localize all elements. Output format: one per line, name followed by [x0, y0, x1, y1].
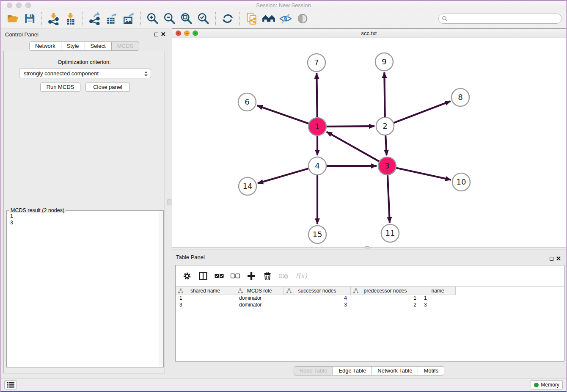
cell-MCDS-role[interactable]: dominator [235, 301, 284, 308]
cell-MCDS-role[interactable]: dominator [235, 295, 284, 301]
plus-icon [247, 272, 256, 280]
export-image-button[interactable] [121, 11, 136, 26]
cell-name[interactable]: 3 [420, 301, 456, 308]
graph-edge-3-11[interactable] [388, 174, 390, 223]
mcds-result-line[interactable]: 1 [10, 213, 13, 219]
mcds-result-line[interactable]: 3 [10, 219, 13, 226]
vertical-splitter-handle[interactable] [168, 199, 171, 205]
table-tabs: Node TableEdge TableNetwork TableMotifs [172, 366, 566, 375]
mcds-result-list[interactable]: 13 [10, 213, 13, 226]
table-rows: 1dominator4113dominator323 [176, 295, 564, 308]
network-canvas[interactable]: 7968124314101511 [172, 38, 566, 247]
checked-boxes-icon [215, 273, 224, 279]
tab-mcds[interactable]: MCDS [112, 41, 139, 51]
cell-successor-nodes[interactable]: 4 [284, 295, 351, 301]
graph-node-label-15: 15 [313, 230, 322, 239]
mcds-result-group: MCDS result (2 nodes) 13 [6, 210, 164, 367]
clone-network-button[interactable] [245, 11, 259, 26]
column-header-successor-nodes[interactable]: successor nodes [284, 287, 351, 295]
float-table-panel-icon[interactable] [550, 257, 553, 261]
result-scrollbar[interactable] [159, 211, 163, 367]
horizontal-splitter-handle[interactable] [365, 246, 369, 249]
delete-column-button[interactable] [262, 271, 273, 281]
zoom-fit-button[interactable] [179, 11, 194, 26]
column-header-shared-name[interactable]: shared name [176, 287, 235, 295]
tab-node-table[interactable]: Node Table [294, 366, 333, 375]
delete-table-button[interactable] [278, 271, 289, 281]
table-settings-button[interactable] [182, 271, 193, 281]
graph-edge-4-14[interactable] [258, 168, 310, 183]
tab-motifs[interactable]: Motifs [418, 366, 444, 375]
cell-shared-name[interactable]: 1 [176, 295, 235, 301]
control-panel-tabs: NetworkStyleSelectMCDS [3, 41, 165, 51]
graph-edge-3-1[interactable] [327, 132, 380, 162]
graph-node-label-7: 7 [314, 58, 319, 67]
select-all-columns-button[interactable] [214, 271, 225, 281]
tab-select[interactable]: Select [85, 41, 112, 51]
close-panel-icon[interactable]: ✕ [160, 30, 166, 39]
cell-successor-nodes[interactable]: 3 [284, 301, 351, 308]
graph[interactable]: 7968124314101511 [172, 38, 565, 247]
split-columns-button[interactable] [198, 271, 209, 281]
cell-predecessor-nodes[interactable]: 1 [351, 295, 420, 301]
clone-network-icon [245, 12, 258, 25]
float-panel-icon[interactable] [154, 33, 158, 36]
close-panel-button[interactable]: Close panel [85, 83, 130, 92]
cyndex-home-button[interactable] [261, 11, 276, 26]
refresh-layout-button[interactable] [220, 11, 235, 26]
graph-edge-2-9[interactable] [384, 72, 385, 118]
cell-predecessor-nodes[interactable]: 2 [351, 301, 420, 308]
import-network-button[interactable] [47, 11, 61, 26]
fx-icon: f(x) [295, 272, 307, 280]
zoom-selected-button[interactable] [196, 11, 211, 26]
import-table-button[interactable] [63, 11, 78, 26]
tab-style[interactable]: Style [61, 41, 85, 51]
search-input[interactable] [438, 14, 562, 24]
criterion-select[interactable]: strongly connected component [19, 69, 151, 78]
network-view-window: × − + scc.txt 7968124314101511 [172, 28, 566, 249]
toolbar-separator [140, 12, 141, 25]
column-type-icon [353, 288, 358, 293]
zoom-in-button[interactable] [146, 11, 160, 26]
graph-edge-2-3[interactable] [385, 134, 387, 155]
function-builder-button[interactable]: f(x) [294, 271, 308, 281]
graph-edge-3-10[interactable] [395, 168, 451, 180]
task-list-button[interactable] [4, 380, 17, 389]
memory-button[interactable]: Memory [531, 380, 563, 389]
memory-label: Memory [541, 382, 559, 388]
column-header-predecessor-nodes[interactable]: predecessor nodes [351, 287, 420, 295]
deselect-all-columns-button[interactable] [230, 271, 241, 281]
graph-edge-2-8[interactable] [393, 101, 451, 123]
memory-status-icon [534, 383, 539, 387]
tab-edge-table[interactable]: Edge Table [333, 366, 372, 375]
tab-network-table[interactable]: Network Table [372, 366, 418, 375]
graph-node-label-1: 1 [315, 122, 319, 131]
gray-eye-icon [296, 12, 309, 25]
graph-edge-1-2[interactable] [325, 126, 374, 127]
save-session-button[interactable] [22, 11, 37, 26]
graph-node-label-11: 11 [385, 229, 395, 237]
add-column-button[interactable] [246, 271, 257, 281]
column-header-name[interactable]: name [420, 287, 456, 295]
table-row[interactable]: 3dominator323 [176, 301, 564, 308]
column-header-MCDS-role[interactable]: MCDS role [235, 287, 284, 295]
run-mcds-button[interactable]: Run MCDS [40, 83, 80, 92]
graph-node-label-6: 6 [245, 97, 249, 106]
search-icon [442, 16, 448, 22]
export-network-button[interactable] [88, 11, 102, 26]
export-table-button[interactable] [105, 11, 119, 26]
zoom-out-button[interactable] [162, 11, 177, 26]
cell-shared-name[interactable]: 3 [176, 301, 235, 308]
close-table-panel-icon[interactable]: ✕ [556, 254, 561, 263]
search-field [438, 14, 562, 24]
table-row[interactable]: 1dominator411 [176, 295, 564, 301]
graph-edge-1-7[interactable] [317, 73, 317, 119]
cell-name[interactable]: 1 [420, 295, 456, 301]
gray-eye-button[interactable] [295, 11, 310, 26]
hide-eye-button[interactable] [278, 11, 293, 26]
tab-network[interactable]: Network [29, 41, 61, 51]
table-header-row: shared nameMCDS rolesuccessor nodesprede… [176, 286, 564, 295]
open-file-button[interactable] [6, 11, 20, 26]
graph-edge-1-6[interactable] [257, 105, 310, 124]
zoom-selected-icon [197, 12, 210, 25]
